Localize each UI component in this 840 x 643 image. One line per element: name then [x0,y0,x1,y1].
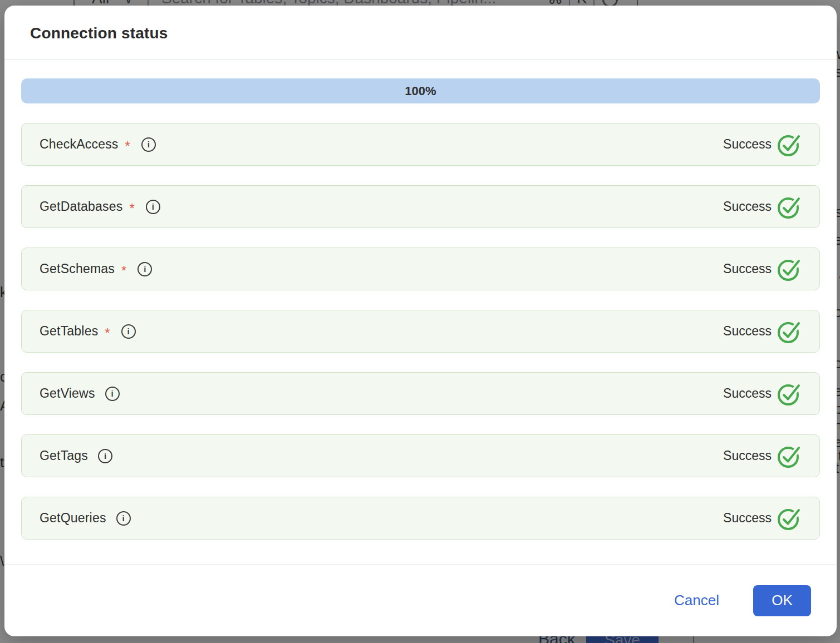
success-check-icon [777,506,802,531]
step-name: GetTags [40,448,88,463]
status-label: Success [723,448,772,463]
connection-step-row: GetViews i Success [21,372,820,415]
connection-step-row: GetTables * i Success [21,310,820,353]
connection-status-modal: Connection status 100% CheckAccess * i S… [4,6,837,636]
info-icon[interactable]: i [116,511,131,526]
modal-body: 100% CheckAccess * i Success GetDatabase… [4,60,837,564]
step-left-group: GetViews i [40,386,120,401]
step-right-group: Success [723,132,802,157]
info-icon[interactable]: i [137,262,152,276]
required-asterisk: * [121,263,126,279]
modal-footer: Cancel OK [4,564,837,636]
step-right-group: Success [723,319,802,344]
step-name: CheckAccess [40,137,119,152]
success-check-icon [777,132,802,157]
info-icon[interactable]: i [146,200,160,214]
step-right-group: Success [723,257,802,281]
step-name: GetDatabases [40,199,122,214]
info-icon[interactable]: i [141,137,156,152]
connection-step-row: CheckAccess * i Success [21,123,820,166]
connection-step-row: GetTags i Success [21,434,820,477]
progress-bar: 100% [21,78,820,103]
step-name: GetQueries [40,511,106,526]
connection-step-row: GetDatabases * i Success [21,185,820,228]
info-icon[interactable]: i [98,449,112,463]
step-right-group: Success [723,506,802,531]
required-asterisk: * [125,139,130,154]
step-left-group: GetQueries i [40,511,131,526]
status-label: Success [723,199,772,214]
modal-header: Connection status [4,6,837,60]
connection-step-row: GetSchemas * i Success [21,248,820,290]
connection-step-row: GetQueries i Success [21,497,820,540]
info-icon[interactable]: i [105,387,120,401]
step-left-group: GetTables * i [40,322,136,341]
success-check-icon [777,195,802,219]
step-left-group: CheckAccess * i [40,135,156,154]
step-right-group: Success [723,195,802,219]
status-label: Success [723,511,772,526]
status-label: Success [723,324,772,339]
required-asterisk: * [105,325,110,341]
status-label: Success [723,261,772,276]
info-icon[interactable]: i [121,324,136,339]
step-name: GetViews [40,386,95,401]
required-asterisk: * [129,201,134,216]
ok-button[interactable]: OK [753,585,811,616]
steps-list: CheckAccess * i Success GetDatabases * i… [21,123,820,540]
success-check-icon [777,257,802,281]
status-label: Success [723,386,772,401]
step-right-group: Success [723,444,802,468]
step-left-group: GetTags i [40,448,112,463]
step-right-group: Success [723,382,802,406]
modal-title: Connection status [30,24,168,42]
step-name: GetSchemas [40,261,115,276]
step-name: GetTables [40,324,98,339]
status-label: Success [723,137,772,152]
success-check-icon [777,444,802,468]
cancel-button[interactable]: Cancel [671,591,723,610]
step-left-group: GetSchemas * i [40,260,152,279]
progress-percentage: 100% [21,78,820,103]
step-left-group: GetDatabases * i [40,197,160,216]
success-check-icon [777,319,802,344]
success-check-icon [777,382,802,406]
